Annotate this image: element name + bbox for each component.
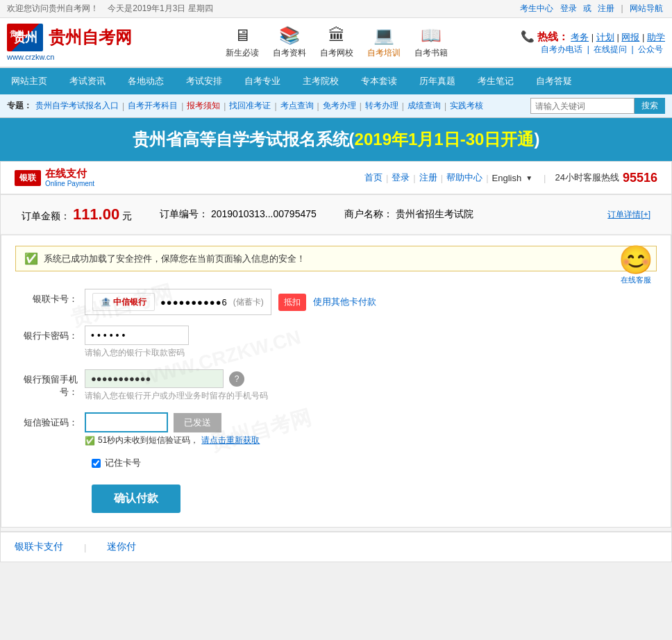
confirm-payment-button[interactable]: 确认付款	[92, 485, 180, 513]
order-amount-value: 111.00	[73, 205, 119, 223]
order-amount-group: 订单金额： 111.00 元	[22, 205, 132, 224]
search-input[interactable]	[530, 98, 635, 114]
sms-code-input[interactable]	[85, 412, 168, 432]
payment-form: 银联卡号： 🏦 中信银行 ●●●●●●●●●●6 (储蓄卡) 抵扣 使用其他卡付…	[1, 282, 671, 527]
sub-nav-exam-point[interactable]: 考点查询	[280, 100, 314, 112]
or-separator: 或	[583, 3, 591, 13]
check-icon-sms: ✅	[85, 436, 95, 446]
banner-text-end: )	[534, 130, 539, 149]
sms-hint: ✅ 51秒内未收到短信验证码，请点击重新获取	[85, 435, 657, 446]
exam-affairs-link[interactable]: 考务	[571, 32, 589, 42]
unionpay-header: 银联 在线支付 Online Payment 首页 | 登录 | 注册 | 帮助…	[1, 162, 671, 195]
nav-notes[interactable]: 考生笔记	[467, 68, 525, 94]
nav-news[interactable]: 考试资讯	[58, 68, 117, 94]
cash-deduct-badge[interactable]: 抵扣	[278, 294, 306, 311]
search-button[interactable]: 搜索	[635, 98, 665, 114]
card-input-area: 🏦 中信银行 ●●●●●●●●●●6 (储蓄卡) 抵扣 使用其他卡付款	[85, 289, 657, 315]
password-hint: 请输入您的银行卡取款密码	[85, 347, 657, 359]
remember-card-checkbox[interactable]	[92, 459, 101, 468]
sms-label: 短信验证码：	[15, 412, 85, 429]
sub-nav-exemption[interactable]: 免考办理	[323, 100, 356, 112]
check-circle-icon: ✅	[24, 252, 38, 265]
language-selector[interactable]: English ▼	[492, 173, 535, 183]
logo-flag-icon: 贵州	[7, 24, 43, 51]
exam-center-link[interactable]: 考生中心	[520, 3, 553, 13]
sub-nav-enrollment[interactable]: 贵州自学考试报名入口	[35, 100, 119, 112]
nav-icon-online-school[interactable]: 🏛 自考网校	[320, 26, 353, 59]
sub-nav-notice[interactable]: 报考须知	[187, 100, 220, 112]
sub-nav-score[interactable]: 成绩查询	[408, 100, 441, 112]
sms-content: 已发送 ✅ 51秒内未收到短信验证码，请点击重新获取	[85, 412, 657, 446]
register-link[interactable]: 注册	[598, 3, 614, 13]
nav-icon-new-student[interactable]: 🖥 新生必读	[226, 26, 259, 59]
topbar-links: 考生中心 登录 或 注册 | 网站导航	[518, 3, 665, 15]
confirm-btn-area: 确认付款	[92, 478, 657, 513]
bank-logo: 🏦 中信银行	[92, 293, 155, 311]
password-row: 银行卡密码： 请输入您的银行卡取款密码	[15, 326, 657, 359]
order-no-value: 2019010313...00795475	[211, 208, 317, 219]
unionpay-card-tab[interactable]: 银联卡支付	[15, 541, 63, 553]
nav-upgrade[interactable]: 专本套读	[350, 68, 408, 94]
banner: 贵州省高等自学考试报名系统(2019年1月1日-30日开通)	[0, 118, 672, 161]
nav-schedule[interactable]: 考试安排	[175, 68, 233, 94]
nav-icon-materials[interactable]: 📚 自考资料	[273, 26, 306, 59]
site-nav-link[interactable]: 网站导航	[630, 3, 663, 13]
chevron-down-icon: ▼	[526, 174, 532, 182]
phone-input[interactable]	[85, 369, 224, 388]
payment-nav-login[interactable]: 登录	[392, 171, 410, 184]
nav-college[interactable]: 主考院校	[292, 68, 350, 94]
login-link[interactable]: 登录	[560, 3, 577, 13]
welcome-text: 欢迎您访问贵州自考网！ 今天是2019年1月3日 星期四	[7, 3, 213, 15]
order-detail-link[interactable]: 订单详情[+]	[607, 209, 650, 221]
nav-icon-books[interactable]: 📖 自考书籍	[414, 26, 448, 59]
sms-sent-button: 已发送	[174, 413, 221, 432]
payment-nav-home[interactable]: 首页	[364, 171, 383, 184]
books-icon: 📖	[421, 26, 442, 45]
nav-regional[interactable]: 各地动态	[117, 68, 175, 94]
remember-card-row: 记住卡号	[92, 457, 657, 469]
school-icon: 🏛	[328, 26, 345, 45]
payment-nav-register[interactable]: 注册	[419, 171, 437, 184]
main-navigation: 网站主页 考试资讯 各地动态 考试安排 自考专业 主考院校 专本套读 历年真题 …	[0, 68, 672, 94]
public-num-link[interactable]: 公众号	[638, 44, 663, 54]
nav-label-materials: 自考资料	[273, 47, 306, 59]
nav-past-exams[interactable]: 历年真题	[408, 68, 467, 94]
bank-password-input[interactable]	[85, 326, 189, 345]
sub-nav-transfer[interactable]: 转考办理	[365, 100, 398, 112]
nav-icon-training[interactable]: 💻 自考培训	[367, 26, 401, 59]
card-number-label: 银联卡号：	[15, 289, 85, 305]
payment-nav-help[interactable]: 帮助中心	[446, 171, 482, 184]
nav-qa[interactable]: 自考答疑	[525, 68, 583, 94]
sms-resend-link[interactable]: 请点击重新获取	[201, 435, 260, 446]
site-header: 贵州 贵州自考网 www.crzkw.cn 🖥 新生必读 📚 自考资料 🏛 自考…	[0, 18, 672, 68]
hotline-info: 📞 热线： 考务 | 计划 | 网报 | 助学	[521, 30, 665, 44]
order-merchant-label: 商户名称：	[344, 208, 393, 219]
password-content: 请输入您的银行卡取款密码	[85, 326, 657, 359]
tab-separator: |	[84, 542, 86, 553]
banner-text-normal: 贵州省高等自学考试报名系统(	[133, 130, 355, 149]
sub-nav-subjects[interactable]: 自考开考科目	[128, 100, 178, 112]
password-label: 银行卡密码：	[15, 326, 85, 342]
sms-hint-text: 51秒内未收到短信验证码，	[98, 435, 199, 446]
logo-area: 贵州 贵州自考网 www.crzkw.cn	[7, 24, 132, 61]
phone-question-btn[interactable]: ?	[229, 371, 244, 387]
plan-link[interactable]: 计划	[596, 32, 614, 42]
alert-message-text: 系统已成功加载了安全控件，保障您在当前页面输入信息的安全！	[44, 253, 305, 265]
current-date: 今天是2019年1月3日 星期四	[108, 3, 212, 13]
sms-input-area: 已发送	[85, 412, 657, 432]
order-no-label: 订单编号：	[160, 208, 208, 219]
office-phone-link[interactable]: 自考办电话	[541, 44, 582, 54]
online-payment-label-en: Online Payment	[45, 180, 94, 188]
online-ask-link[interactable]: 在线提问	[594, 44, 627, 54]
order-merchant-group: 商户名称： 贵州省招生考试院	[344, 208, 473, 221]
sub-nav-find-ticket[interactable]: 找回准考证	[229, 100, 271, 112]
hotline-24h-label: 24小时客服热线	[555, 171, 619, 184]
study-assist-link[interactable]: 助学	[647, 32, 665, 42]
sub-nav-practice[interactable]: 实践考核	[450, 100, 483, 112]
web-report-link[interactable]: 网报	[621, 32, 639, 42]
nav-major[interactable]: 自考专业	[233, 68, 292, 94]
online-service-widget[interactable]: 😊 在线客服	[619, 246, 653, 285]
other-card-link[interactable]: 使用其他卡付款	[313, 296, 376, 308]
nav-home[interactable]: 网站主页	[0, 68, 58, 94]
mini-pay-tab[interactable]: 迷你付	[107, 541, 136, 553]
